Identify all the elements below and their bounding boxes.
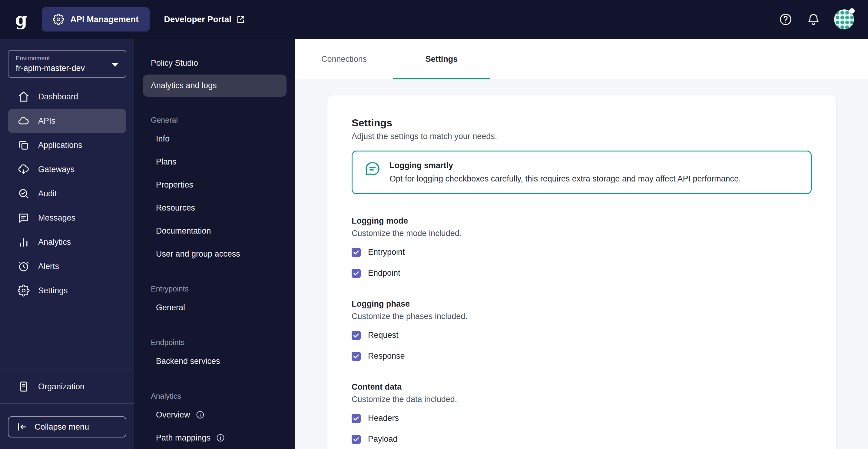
banner-title: Logging smartly [390,160,741,171]
item-label: Overview [156,410,190,420]
option-response: Response [352,352,812,361]
option-request: Request [352,331,812,340]
api-management-button[interactable]: API Management [42,7,150,31]
sidebar-item-applications[interactable]: Applications [8,133,126,157]
group-subtitle: Customize the phases included. [352,311,812,322]
section-title-endpoints: Endpoints [134,335,295,350]
sidebar-item-organization[interactable]: Organization [8,375,126,399]
topbar-actions [778,9,854,29]
sidebar-item-resources[interactable]: Resources [134,196,295,219]
gear-icon [18,285,30,297]
item-label: Documentation [156,226,211,236]
sidebar-bottom: Organization Collapse menu [0,370,134,449]
comment-icon [364,160,381,178]
item-label: Properties [156,180,193,190]
banner-message: Opt for logging checkboxes carefully, th… [390,173,741,184]
sidebar-item-analytics-and-logs[interactable]: Analytics and logs [143,74,286,97]
group-logging-mode: Logging mode Customize the mode included… [352,215,812,278]
app-root: g API Management Developer Portal [0,0,868,449]
response-checkbox[interactable] [352,352,361,361]
bar-chart-icon [18,236,30,248]
developer-portal-link[interactable]: Developer Portal [164,14,246,24]
sidebar-item-dashboard[interactable]: Dashboard [8,85,126,109]
tab-connections[interactable]: Connections [295,39,393,79]
sidebar-item-label: Messages [38,213,75,223]
item-label: Path mappings [156,433,211,443]
checkbox-label: Request [368,331,399,340]
page-subtitle: Adjust the settings to match your needs. [352,131,812,142]
checkbox-label: Payload [368,435,398,444]
api-management-label: API Management [70,14,139,24]
sidebar-item-entrypoints-general[interactable]: General [134,296,295,319]
item-label: User and group access [156,249,240,259]
option-entrypoint: Entrypoint [352,247,812,257]
logging-smartly-banner: Logging smartly Opt for logging checkbox… [352,151,812,194]
section-title-general: General [134,113,295,127]
checkbox-label: Entrypoint [368,247,405,257]
sidebar-item-analytics[interactable]: Analytics [8,230,126,254]
sidebar-item-analytics-overview[interactable]: Overview [134,403,295,426]
tabs-bar: Connections Settings [295,39,868,79]
sidebar-item-label: APIs [38,116,55,126]
message-icon [18,212,30,224]
topbar: g API Management Developer Portal [0,0,868,39]
endpoint-checkbox[interactable] [352,269,361,278]
sidebar-item-settings[interactable]: Settings [8,278,126,303]
sidebar-item-audit[interactable]: Audit [8,181,126,206]
banner-body: Logging smartly Opt for logging checkbox… [390,160,741,184]
request-checkbox[interactable] [352,331,361,340]
gravitee-logo-icon[interactable]: g [11,8,31,30]
page-area: Settings Adjust the settings to match yo… [295,79,868,449]
section-title-entrypoints: Entrypoints [134,281,295,296]
sidebar-item-apis[interactable]: APIs [8,109,126,133]
item-label: Plans [156,157,177,167]
sidebar-item-label: Analytics [38,238,71,247]
tab-settings[interactable]: Settings [393,39,490,79]
sidebar-item-documentation[interactable]: Documentation [134,219,295,242]
environment-selector[interactable]: Environment fr-apim-master-dev [8,50,126,78]
api-sidebar: Policy Studio Analytics and logs General… [134,39,295,449]
collapse-icon [17,421,27,432]
policy-studio-label: Policy Studio [151,58,198,68]
group-subtitle: Customize the mode included. [352,228,812,238]
sidebar-item-label: Organization [38,382,85,391]
help-button[interactable] [778,12,793,27]
collapse-menu-button[interactable]: Collapse menu [8,416,126,438]
sidebar-item-backend-services[interactable]: Backend services [134,350,295,373]
payload-checkbox[interactable] [352,435,361,444]
item-label: Info [156,134,169,144]
sidebar-item-policy-studio[interactable]: Policy Studio [134,52,295,74]
sidebar-item-properties[interactable]: Properties [134,173,295,196]
sidebar-item-label: Alerts [38,262,59,271]
developer-portal-label: Developer Portal [164,14,232,24]
environment-sidebar: Environment fr-apim-master-dev Dashboard… [0,39,134,449]
cloud-icon [18,115,30,127]
notifications-button[interactable] [806,12,821,27]
sidebar-item-label: Settings [38,286,68,295]
sidebar-item-alerts[interactable]: Alerts [8,254,126,278]
settings-card: Settings Adjust the settings to match yo… [328,95,836,449]
sidebar-item-gateways[interactable]: Gateways [8,157,126,181]
home-icon [18,91,30,103]
sidebar-item-info[interactable]: Info [134,127,295,150]
sidebar-item-label: Audit [38,189,57,199]
copy-icon [18,139,30,151]
sidebar-item-user-and-group-access[interactable]: User and group access [134,242,295,265]
main-nav: Dashboard APIs Applications Gateways Aud… [0,85,134,303]
sidebar-item-messages[interactable]: Messages [8,206,126,230]
bell-icon [807,12,820,26]
organization-icon [18,381,30,393]
sidebar-item-plans[interactable]: Plans [134,150,295,173]
section-title-analytics: Analytics [134,389,295,403]
user-avatar[interactable] [834,9,854,29]
audit-search-check-icon [18,187,30,200]
info-icon [216,433,225,442]
entrypoint-checkbox[interactable] [352,248,361,257]
headers-checkbox[interactable] [352,414,361,423]
sidebar-item-label: Applications [38,141,82,150]
option-endpoint: Endpoint [352,268,812,278]
item-label: General [156,303,185,312]
sidebar-item-path-mappings[interactable]: Path mappings [134,426,295,449]
checkbox-label: Endpoint [368,268,400,278]
group-content-data: Content data Customize the data included… [352,382,812,444]
